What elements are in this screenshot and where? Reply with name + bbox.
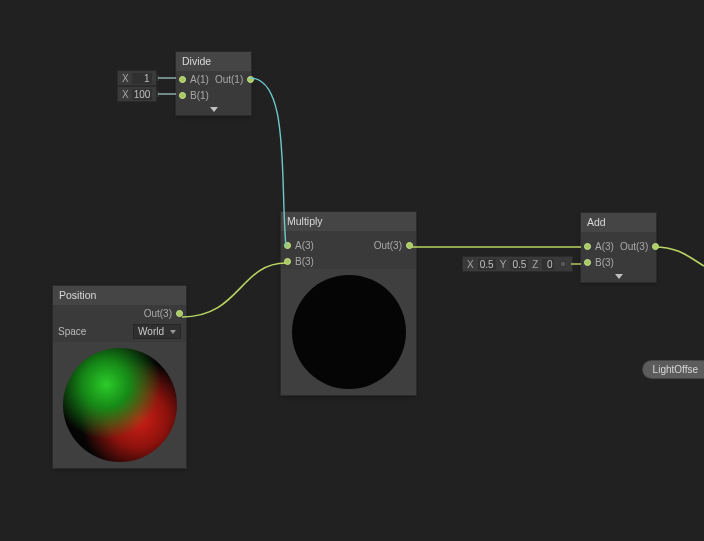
slider-handle-icon[interactable] bbox=[560, 261, 566, 267]
port-label: A(3) bbox=[595, 241, 614, 252]
literal-value[interactable]: 0 bbox=[542, 259, 554, 270]
chevron-down-icon bbox=[170, 330, 176, 334]
input-port-b[interactable]: B(1) bbox=[176, 87, 212, 103]
pill-label: LightOffse bbox=[653, 364, 698, 375]
port-dot-icon bbox=[176, 310, 183, 317]
literal-value[interactable]: 0.5 bbox=[478, 259, 496, 270]
port-dot-icon bbox=[652, 243, 659, 250]
literal-label: X bbox=[122, 89, 129, 100]
node-preview bbox=[53, 342, 186, 468]
port-dot-icon bbox=[284, 242, 291, 249]
dropdown-value: World bbox=[138, 326, 164, 337]
literal-value[interactable]: 0.5 bbox=[510, 259, 528, 270]
port-dot-icon bbox=[179, 92, 186, 99]
slider-handle-icon[interactable] bbox=[157, 75, 159, 81]
port-label: Out(3) bbox=[620, 241, 648, 252]
node-preview bbox=[281, 269, 416, 395]
port-label: Out(3) bbox=[144, 308, 172, 319]
expand-toggle[interactable] bbox=[581, 270, 656, 282]
port-label: B(1) bbox=[190, 90, 209, 101]
literal-value[interactable]: 1 bbox=[132, 73, 152, 84]
node-title: Divide bbox=[176, 52, 251, 71]
node-title: Position bbox=[53, 286, 186, 305]
literal-value[interactable]: 100 bbox=[132, 89, 152, 100]
input-port-a[interactable]: A(1) bbox=[176, 71, 212, 87]
preview-sphere bbox=[63, 348, 177, 462]
output-port[interactable]: Out(3) bbox=[617, 238, 662, 254]
field-label: Space bbox=[58, 326, 127, 337]
port-label: Out(3) bbox=[374, 240, 402, 251]
chevron-down-icon bbox=[615, 274, 623, 279]
node-multiply[interactable]: Multiply A(3) B(3) Out(3) bbox=[281, 212, 416, 395]
port-label: B(3) bbox=[595, 257, 614, 268]
port-dot-icon bbox=[406, 242, 413, 249]
input-port-b[interactable]: B(3) bbox=[281, 253, 349, 269]
expand-toggle[interactable] bbox=[176, 103, 251, 115]
node-add[interactable]: Add A(3) B(3) Out(3) bbox=[581, 213, 656, 282]
port-dot-icon bbox=[584, 259, 591, 266]
port-dot-icon bbox=[179, 76, 186, 83]
preview-sphere bbox=[292, 275, 406, 389]
port-label: A(3) bbox=[295, 240, 314, 251]
output-port[interactable]: Out(1) bbox=[212, 71, 257, 87]
literal-input-vec3[interactable]: X 0.5 Y 0.5 Z 0 bbox=[462, 256, 573, 272]
node-title: Multiply bbox=[281, 212, 416, 231]
node-title: Add bbox=[581, 213, 656, 232]
node-divide[interactable]: Divide A(1) B(1) Out(1) bbox=[176, 52, 251, 115]
input-port-b[interactable]: B(3) bbox=[581, 254, 617, 270]
literal-label: Z bbox=[532, 259, 538, 270]
space-row: Space World bbox=[53, 321, 186, 342]
literal-label: X bbox=[467, 259, 474, 270]
port-label: Out(1) bbox=[215, 74, 243, 85]
literal-input-x1[interactable]: X 1 bbox=[117, 70, 157, 86]
port-label: B(3) bbox=[295, 256, 314, 267]
property-pill-light-offset[interactable]: LightOffse bbox=[643, 361, 704, 378]
output-port[interactable]: Out(3) bbox=[141, 305, 186, 321]
slider-handle-icon[interactable] bbox=[157, 91, 159, 97]
input-port-a[interactable]: A(3) bbox=[581, 238, 617, 254]
literal-label: Y bbox=[500, 259, 507, 270]
node-position[interactable]: Position Out(3) Space World bbox=[53, 286, 186, 468]
port-dot-icon bbox=[247, 76, 254, 83]
chevron-down-icon bbox=[210, 107, 218, 112]
space-dropdown[interactable]: World bbox=[133, 324, 181, 339]
input-port-a[interactable]: A(3) bbox=[281, 237, 349, 253]
port-label: A(1) bbox=[190, 74, 209, 85]
literal-input-x100[interactable]: X 100 bbox=[117, 86, 157, 102]
port-dot-icon bbox=[284, 258, 291, 265]
port-dot-icon bbox=[584, 243, 591, 250]
output-port[interactable]: Out(3) bbox=[371, 237, 416, 253]
literal-label: X bbox=[122, 73, 129, 84]
